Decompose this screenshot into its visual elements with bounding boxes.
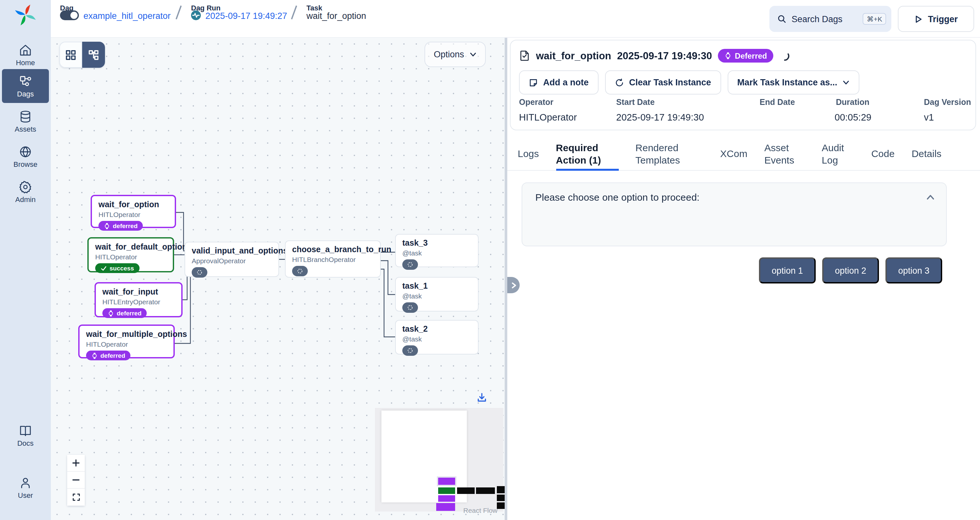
- chevron-up-icon[interactable]: [925, 192, 935, 203]
- task-node-title: wait_for_default_option: [95, 243, 166, 252]
- fit-view-button[interactable]: [67, 489, 85, 506]
- state-badge: deferred: [86, 350, 130, 360]
- state-badge-deferred: Deferred: [718, 49, 774, 63]
- breadcrumb-dag-link[interactable]: example_hitl_operator: [83, 11, 170, 21]
- book-icon: [19, 424, 32, 437]
- sidebar-item-user[interactable]: User: [2, 471, 49, 504]
- minimap-node: [438, 495, 455, 502]
- sidebar-item-home[interactable]: Home: [2, 38, 49, 72]
- state-badge: [192, 267, 207, 277]
- dag-pause-toggle[interactable]: [60, 10, 79, 20]
- gear-icon: [19, 180, 32, 193]
- option-2-button[interactable]: option 2: [822, 257, 879, 284]
- dagrun-state-icon: [191, 10, 201, 20]
- task-node-operator: ApprovalOperator: [192, 257, 272, 265]
- trigger-button[interactable]: Trigger: [898, 6, 974, 32]
- graph-view-button[interactable]: [82, 42, 105, 68]
- search-dags-input[interactable]: Search Dags ⌘+K: [769, 6, 891, 32]
- chevron-down-icon: [842, 79, 850, 86]
- topbar: Dag example_hitl_operator Dag Run 2025-0…: [51, 0, 980, 38]
- toggle-knob: [70, 12, 78, 19]
- graph-canvas[interactable]: wait_for_option HITLOperator deferred wa…: [51, 38, 505, 520]
- task-node-title: task_1: [402, 282, 471, 291]
- loading-spinner: [780, 51, 790, 61]
- task-node-wait_for_default_option[interactable]: wait_for_default_option HITLOperator suc…: [88, 237, 174, 273]
- minimap-node: [438, 487, 455, 494]
- options-label: Options: [434, 49, 464, 59]
- clear-task-instance-button[interactable]: Clear Task Instance: [605, 70, 721, 95]
- no-status-icon: [196, 269, 203, 276]
- task-node-choose_a_branch_to_run[interactable]: choose_a_branch_to_run HITLBranchOperato…: [285, 241, 381, 277]
- operator-label: Operator: [519, 98, 554, 107]
- search-shortcut-badge: ⌘+K: [863, 13, 886, 25]
- state-badge: [402, 302, 418, 313]
- add-note-button[interactable]: Add a note: [519, 70, 598, 95]
- breadcrumb-task-name: wait_for_option: [307, 11, 366, 21]
- sidebar-item-label: Docs: [17, 439, 33, 447]
- zoom-controls: [67, 455, 85, 506]
- task-node-operator: @task: [402, 335, 471, 343]
- minimap-viewport: [382, 411, 467, 503]
- minimap-node: [476, 487, 495, 494]
- state-badge: deferred: [102, 308, 147, 318]
- panel-resize-divider[interactable]: [505, 38, 507, 520]
- tab-rendered-templates[interactable]: Rendered Templates: [635, 138, 703, 170]
- state-badge: [402, 259, 418, 270]
- task-node-wait_for_multiple_options[interactable]: wait_for_multiple_options HITLOperator d…: [78, 325, 175, 358]
- graph-options-button[interactable]: Options: [425, 42, 486, 67]
- task-node-operator: HITLEntryOperator: [102, 298, 175, 306]
- airflow-logo[interactable]: [14, 4, 37, 26]
- mark-task-instance-as-button[interactable]: Mark Task Instance as...: [727, 70, 859, 95]
- minimap-node: [497, 503, 505, 509]
- zoom-in-button[interactable]: [67, 455, 85, 472]
- tab-details[interactable]: Details: [912, 138, 942, 170]
- task-node-task_1[interactable]: task_1 @task: [395, 277, 479, 311]
- task-node-valid_input_and_options[interactable]: valid_input_and_options ApprovalOperator: [185, 242, 279, 277]
- option-3-button[interactable]: option 3: [885, 257, 942, 284]
- task-node-operator: @task: [402, 292, 471, 300]
- sidebar-item-dags[interactable]: Dags: [2, 69, 49, 103]
- download-graph-button[interactable]: [477, 392, 488, 404]
- task-node-operator: HITLOperator: [95, 253, 166, 261]
- graph-view-icon: [88, 49, 99, 60]
- tab-asset-events[interactable]: Asset Events: [764, 138, 805, 170]
- task-node-wait_for_option[interactable]: wait_for_option HITLOperator deferred: [91, 195, 176, 228]
- tab-xcom[interactable]: XCom: [720, 138, 747, 170]
- operator-value: HITLOperator: [519, 112, 577, 122]
- required-action-card: Please choose one option to proceed:: [522, 182, 947, 246]
- task-instance-name: wait_for_option: [536, 50, 611, 62]
- grid-view-button[interactable]: [59, 42, 82, 68]
- sidebar-item-docs[interactable]: Docs: [2, 419, 49, 452]
- search-icon: [777, 14, 786, 24]
- note-icon: [529, 78, 538, 87]
- refresh-icon: [615, 78, 624, 87]
- minimap[interactable]: [375, 408, 503, 512]
- duration-label: Duration: [836, 98, 869, 107]
- sidebar-item-assets[interactable]: Assets: [2, 104, 49, 138]
- sidebar-item-label: Browse: [13, 160, 37, 168]
- task-detail-tabs: Logs Required Action (1) Rendered Templa…: [507, 138, 980, 171]
- check-icon: [100, 265, 107, 271]
- zoom-out-button[interactable]: [67, 472, 85, 489]
- no-status-icon: [297, 268, 303, 274]
- download-icon: [477, 392, 487, 403]
- task-node-operator: HITLOperator: [86, 340, 167, 348]
- option-1-button[interactable]: option 1: [759, 257, 816, 284]
- tab-audit-log[interactable]: Audit Log: [822, 138, 854, 170]
- reactflow-attribution[interactable]: React Flow: [463, 506, 498, 514]
- minimap-node: [436, 503, 455, 511]
- dag-version-value: v1: [924, 112, 934, 122]
- tab-required-action[interactable]: Required Action (1): [556, 138, 619, 170]
- required-action-prompt: Please choose one option to proceed:: [535, 192, 700, 203]
- breadcrumb-dagrun-link[interactable]: 2025-09-17 19:49:27: [205, 11, 287, 21]
- sidebar-item-browse[interactable]: Browse: [2, 140, 49, 173]
- task-node-task_2[interactable]: task_2 @task: [395, 320, 479, 355]
- breadcrumb-separator: [291, 6, 297, 19]
- task-node-task_3[interactable]: task_3 @task: [395, 234, 479, 267]
- sidebar-item-admin[interactable]: Admin: [2, 174, 49, 209]
- tab-code[interactable]: Code: [871, 138, 894, 170]
- minimap-node: [438, 478, 455, 485]
- tab-logs[interactable]: Logs: [518, 138, 539, 170]
- state-badge: [292, 266, 308, 276]
- task-node-wait_for_input[interactable]: wait_for_input HITLEntryOperator deferre…: [95, 282, 183, 317]
